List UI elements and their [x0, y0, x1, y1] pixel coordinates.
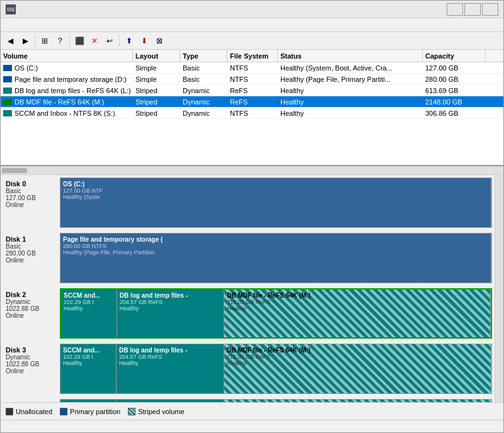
disk-partition[interactable]: DB log and temp files - 204.57 GB ReFS H… — [117, 290, 225, 337]
partition-status: Healthy (Syste — [63, 194, 488, 200]
disk-status: Online — [6, 257, 57, 264]
cell-volume: Page file and temporary storage (D:) — [1, 74, 133, 84]
properties-button[interactable]: ⊞ — [38, 34, 52, 48]
maximize-button[interactable] — [464, 3, 481, 16]
col-header-layout[interactable]: Layout — [133, 50, 180, 62]
disk-label: Disk 3 Dynamic 1022.88 GB Online — [3, 344, 60, 394]
disk-partition[interactable]: DB log and temp files - 204.57 GB ReFS H… — [117, 344, 224, 393]
legend-label-striped: Striped volume — [138, 408, 184, 415]
disk-row: Disk 3 Dynamic 1022.88 GB Online SCCM an… — [3, 344, 492, 394]
disk-status: Online — [6, 201, 57, 208]
disk-name: Disk 1 — [6, 235, 57, 243]
disk-partition[interactable]: DB MDF file - ReFS 64K (M:) 716.01 GB Re… — [224, 400, 491, 402]
cell-status: Healthy — [278, 85, 423, 96]
format-button[interactable]: ⊠ — [152, 34, 166, 48]
cell-volume: OS (C:) — [1, 62, 133, 73]
cell-type: Dynamic — [180, 108, 227, 118]
cell-fs: ReFS — [227, 96, 278, 107]
cell-capacity: 2148.00 GB — [423, 96, 486, 107]
cell-status: Healthy (System, Boot, Active, Cra... — [278, 62, 423, 73]
partition-size: 204.57 GB ReFS — [119, 354, 221, 360]
menu-help[interactable] — [33, 24, 43, 26]
toolbar: ◀ ▶ ⊞ ? ⬛ ✕ ↩ ⬆ ⬇ ⊠ — [1, 32, 503, 50]
refresh-button[interactable]: ↩ — [103, 34, 117, 48]
cell-type: Basic — [180, 74, 227, 84]
table-row[interactable]: DB MDF file - ReFS 64K (M:) Striped Dyna… — [1, 96, 503, 108]
disk-partition[interactable]: SCCM and... 102.29 GB t Healthy — [60, 400, 117, 402]
down-button[interactable]: ⬇ — [137, 34, 151, 48]
disk-partition[interactable]: SCCM and... 102.29 GB t Healthy — [60, 344, 117, 393]
cell-type: Basic — [180, 62, 227, 73]
col-header-status[interactable]: Status — [278, 50, 423, 62]
partition-status: Healthy (Page File, Primary Partition — [63, 249, 488, 256]
minimize-button[interactable] — [447, 3, 463, 16]
table-header: Volume Layout Type File System Status Ca… — [1, 50, 503, 62]
disk-type: Dynamic — [6, 298, 57, 305]
disk-partitions: Page file and temporary storage ( 280.00… — [60, 233, 492, 283]
cell-fs: ReFS — [227, 85, 278, 96]
col-header-type[interactable]: Type — [180, 50, 227, 62]
title-bar — [1, 1, 503, 18]
col-header-capacity[interactable]: Capacity — [423, 50, 486, 62]
disk-label: Disk 1 Basic 280.00 GB Online — [3, 233, 60, 283]
new-volume-button[interactable]: ⬛ — [72, 34, 86, 48]
disk-size: 280.00 GB — [6, 250, 57, 257]
disk-status: Online — [6, 312, 57, 319]
up-button[interactable]: ⬆ — [122, 34, 136, 48]
col-header-fs[interactable]: File System — [227, 50, 278, 62]
close-button[interactable] — [482, 3, 498, 16]
toolbar-separator-3 — [119, 35, 120, 47]
toolbar-separator-1 — [35, 35, 35, 47]
col-header-volume[interactable]: Volume — [1, 50, 133, 62]
disk-scrollbar-v[interactable] — [495, 175, 503, 402]
legend-label-unalloc: Unallocated — [16, 408, 52, 415]
cell-fs: NTFS — [227, 108, 278, 118]
disk-partition[interactable]: DB MDF file - ReFS 64K (M:) 716.01 GB Re… — [224, 290, 491, 337]
partition-size: 102.29 GB t — [64, 299, 114, 305]
menu-action[interactable] — [13, 24, 23, 26]
disk-partitions: OS (C:) 127.00 GB NTF Healthy (Syste — [60, 177, 492, 228]
cell-volume: SCCM and Inbox - NTFS 8K (S:) — [1, 108, 133, 118]
cell-status: Healthy (Page File, Primary Partiti... — [278, 74, 423, 84]
cell-volume: DB MDF file - ReFS 64K (M:) — [1, 96, 133, 107]
table-row[interactable]: DB log and temp files - ReFS 64K (L:) St… — [1, 85, 503, 96]
cell-layout: Striped — [133, 96, 180, 107]
partition-label: DB log and temp files - — [119, 347, 221, 354]
delete-button[interactable]: ✕ — [88, 34, 101, 48]
table-row[interactable]: OS (C:) Simple Basic NTFS Healthy (Syste… — [1, 62, 503, 74]
help-button[interactable]: ? — [53, 34, 67, 48]
disk-list: Disk 0 Basic 127.00 GB Online OS (C:) 12… — [1, 175, 495, 402]
menu-file[interactable] — [3, 24, 13, 26]
disk-partitions: SCCM and... 102.29 GB t Healthy DB log a… — [60, 399, 492, 402]
scrollbar-thumb-h[interactable] — [2, 168, 27, 173]
legend-icon-primary — [60, 408, 67, 415]
legend-label-primary: Primary partition — [70, 408, 120, 415]
forward-button[interactable]: ▶ — [18, 34, 32, 48]
back-button[interactable]: ◀ — [3, 34, 17, 48]
disk-partition[interactable]: OS (C:) 127.00 GB NTF Healthy (Syste — [60, 178, 491, 227]
legend-striped: Striped volume — [128, 408, 184, 415]
disk-name: Disk 2 — [6, 291, 57, 298]
legend-icon-unalloc — [6, 408, 13, 415]
disk-partition[interactable]: DB log and temp files - 204.57 GB ReFS H… — [117, 400, 224, 402]
cell-fs: NTFS — [227, 62, 278, 73]
cell-capacity: 306.86 GB — [423, 108, 486, 118]
partition-size: 716.01 GB ReFS — [227, 299, 488, 305]
partition-size: 280.00 GB NTFS — [63, 243, 488, 249]
partition-size: 204.57 GB ReFS — [120, 299, 222, 305]
cell-capacity: 127.00 GB — [423, 62, 486, 73]
partition-size: 127.00 GB NTF — [63, 188, 488, 194]
partition-label: SCCM and... — [63, 347, 113, 354]
table-row[interactable]: Page file and temporary storage (D:) Sim… — [1, 74, 503, 85]
disk-partition[interactable]: SCCM and... 102.29 GB t Healthy — [61, 290, 117, 337]
disk-visual-list: Disk 0 Basic 127.00 GB Online OS (C:) 12… — [1, 175, 495, 402]
disk-partition[interactable]: DB MDF file - ReFS 64K (M:) 716.01 GB Re… — [224, 344, 491, 393]
disk-management-window: ◀ ▶ ⊞ ? ⬛ ✕ ↩ ⬆ ⬇ ⊠ Volume Layout Type F… — [0, 0, 504, 433]
volume-table: Volume Layout Type File System Status Ca… — [1, 50, 503, 166]
table-row[interactable]: SCCM and Inbox - NTFS 8K (S:) Striped Dy… — [1, 108, 503, 119]
legend-icon-striped — [128, 408, 135, 415]
table-scrollbar-h[interactable] — [1, 166, 503, 175]
menu-view[interactable] — [23, 24, 33, 26]
svg-point-2 — [13, 11, 14, 12]
disk-partition[interactable]: Page file and temporary storage ( 280.00… — [60, 233, 491, 283]
